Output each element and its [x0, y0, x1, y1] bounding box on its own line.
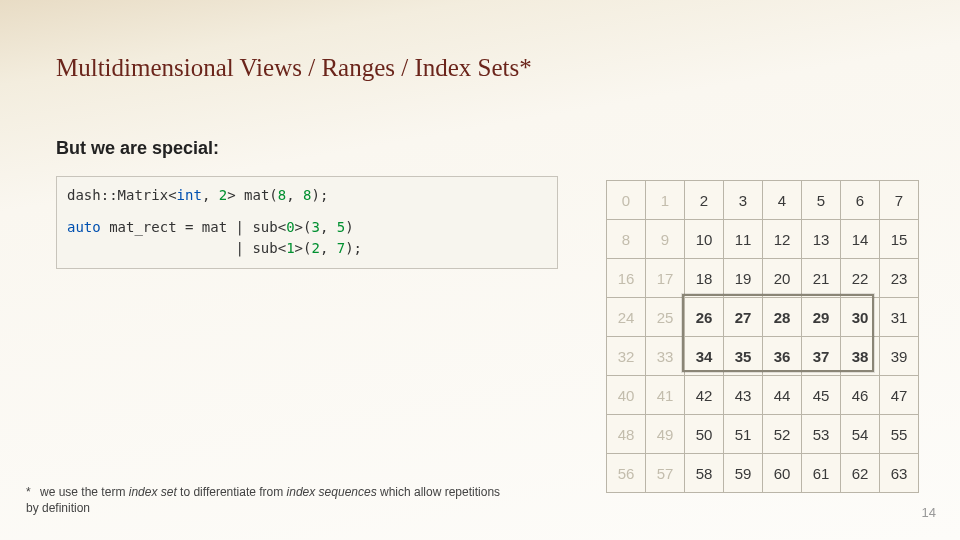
matrix-cell: 24 — [607, 298, 646, 337]
code-line-1: dash::Matrix<int, 2> mat(8, 8); — [67, 185, 547, 207]
matrix-cell: 49 — [646, 415, 685, 454]
matrix-cell: 17 — [646, 259, 685, 298]
matrix-cell: 11 — [724, 220, 763, 259]
matrix-cell: 8 — [607, 220, 646, 259]
matrix-cell: 51 — [724, 415, 763, 454]
matrix-cell: 34 — [685, 337, 724, 376]
matrix-cell: 29 — [802, 298, 841, 337]
matrix-cell: 53 — [802, 415, 841, 454]
matrix-cell: 56 — [607, 454, 646, 493]
matrix-cell: 4 — [763, 181, 802, 220]
code-line-2: auto mat_rect = mat | sub<0>(3, 5) — [67, 217, 547, 239]
matrix-cell: 23 — [880, 259, 919, 298]
matrix-cell: 62 — [841, 454, 880, 493]
matrix-cell: 47 — [880, 376, 919, 415]
matrix-cell: 41 — [646, 376, 685, 415]
matrix-cell: 50 — [685, 415, 724, 454]
matrix-cell: 48 — [607, 415, 646, 454]
matrix-cell: 52 — [763, 415, 802, 454]
matrix-cell: 13 — [802, 220, 841, 259]
matrix-cell: 39 — [880, 337, 919, 376]
matrix-cell: 20 — [763, 259, 802, 298]
matrix-cell: 22 — [841, 259, 880, 298]
matrix-cell: 55 — [880, 415, 919, 454]
matrix-cell: 0 — [607, 181, 646, 220]
matrix-cell: 38 — [841, 337, 880, 376]
matrix-cell: 28 — [763, 298, 802, 337]
matrix-cell: 60 — [763, 454, 802, 493]
page-number: 14 — [922, 505, 936, 520]
matrix-cell: 10 — [685, 220, 724, 259]
code-line-3: | sub<1>(2, 7); — [67, 238, 547, 260]
matrix-cell: 44 — [763, 376, 802, 415]
matrix-cell: 27 — [724, 298, 763, 337]
matrix-cell: 12 — [763, 220, 802, 259]
matrix-cell: 33 — [646, 337, 685, 376]
matrix-cell: 1 — [646, 181, 685, 220]
matrix-cell: 54 — [841, 415, 880, 454]
matrix-cell: 40 — [607, 376, 646, 415]
matrix-cell: 9 — [646, 220, 685, 259]
matrix-cell: 25 — [646, 298, 685, 337]
matrix-cell: 30 — [841, 298, 880, 337]
matrix-cell: 7 — [880, 181, 919, 220]
matrix-cell: 61 — [802, 454, 841, 493]
matrix-cell: 31 — [880, 298, 919, 337]
matrix-cell: 32 — [607, 337, 646, 376]
matrix-cell: 5 — [802, 181, 841, 220]
matrix-cell: 42 — [685, 376, 724, 415]
matrix-cell: 26 — [685, 298, 724, 337]
matrix-cell: 45 — [802, 376, 841, 415]
slide-subtitle: But we are special: — [56, 138, 219, 159]
matrix-cell: 35 — [724, 337, 763, 376]
matrix-cell: 36 — [763, 337, 802, 376]
matrix-cell: 43 — [724, 376, 763, 415]
footnote: *we use the term index set to differenti… — [26, 484, 506, 516]
matrix-cell: 59 — [724, 454, 763, 493]
matrix-cell: 58 — [685, 454, 724, 493]
matrix-cell: 6 — [841, 181, 880, 220]
matrix-cell: 19 — [724, 259, 763, 298]
matrix-cell: 2 — [685, 181, 724, 220]
matrix-cell: 57 — [646, 454, 685, 493]
matrix-cell: 37 — [802, 337, 841, 376]
matrix-cell: 18 — [685, 259, 724, 298]
slide-title: Multidimensional Views / Ranges / Index … — [56, 54, 532, 82]
matrix-cell: 21 — [802, 259, 841, 298]
matrix-cell: 16 — [607, 259, 646, 298]
matrix-cell: 63 — [880, 454, 919, 493]
matrix-cell: 15 — [880, 220, 919, 259]
matrix-cell: 3 — [724, 181, 763, 220]
code-block: dash::Matrix<int, 2> mat(8, 8); auto mat… — [56, 176, 558, 269]
matrix-cell: 14 — [841, 220, 880, 259]
matrix-grid: 0123456789101112131415161718192021222324… — [606, 180, 919, 493]
matrix-cell: 46 — [841, 376, 880, 415]
